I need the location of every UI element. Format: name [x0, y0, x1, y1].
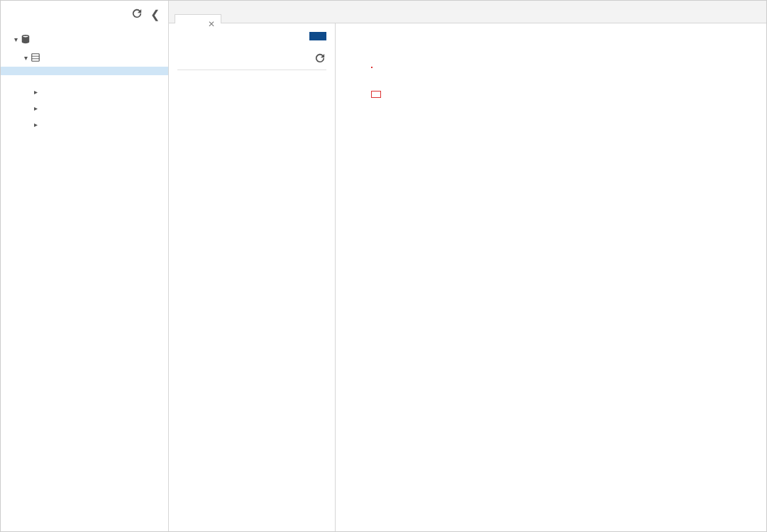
tree-node-stored-procedures[interactable]: ▸	[1, 84, 168, 100]
sidebar: ❮ ▾ ▾ ▸ ▸	[1, 1, 169, 531]
close-icon[interactable]: ✕	[208, 19, 215, 29]
caret-right-icon: ▸	[32, 104, 39, 112]
svg-rect-0	[32, 54, 40, 62]
caret-right-icon: ▸	[32, 121, 39, 128]
col-id-header	[179, 53, 245, 65]
json-content	[367, 23, 766, 531]
annotation-arrow	[426, 91, 568, 233]
refresh-icon[interactable]	[312, 53, 325, 65]
document-viewer	[336, 23, 766, 531]
line-gutter	[336, 23, 367, 531]
refresh-icon[interactable]	[132, 9, 142, 21]
col-partition-header	[245, 53, 312, 65]
database-icon	[21, 34, 31, 44]
annotation-highlight-box	[371, 67, 373, 68]
tab-bar: ✕	[169, 1, 766, 23]
tree-node-user-defined-functions[interactable]: ▸	[1, 100, 168, 116]
container-icon	[31, 52, 40, 62]
items-table-header	[177, 49, 326, 70]
tree-node-database[interactable]: ▾	[1, 30, 168, 48]
tree-node-container[interactable]: ▾	[1, 48, 168, 67]
tree-node-triggers[interactable]: ▸	[1, 116, 168, 133]
tab-items[interactable]: ✕	[175, 14, 221, 23]
tree: ▾ ▾ ▸ ▸ ▸	[1, 27, 168, 135]
query-bar	[177, 32, 326, 40]
tree-node-scale-settings[interactable]	[1, 75, 168, 84]
tree-node-items[interactable]	[1, 67, 168, 75]
annotation-callout	[371, 91, 381, 98]
caret-down-icon: ▾	[22, 54, 29, 62]
sidebar-header: ❮	[1, 1, 168, 27]
main-area: ✕	[169, 1, 766, 531]
caret-down-icon: ▾	[12, 35, 19, 43]
caret-right-icon: ▸	[32, 88, 39, 96]
collapse-icon[interactable]: ❮	[150, 8, 160, 21]
edit-filter-button[interactable]	[309, 32, 326, 40]
items-panel	[169, 23, 336, 531]
